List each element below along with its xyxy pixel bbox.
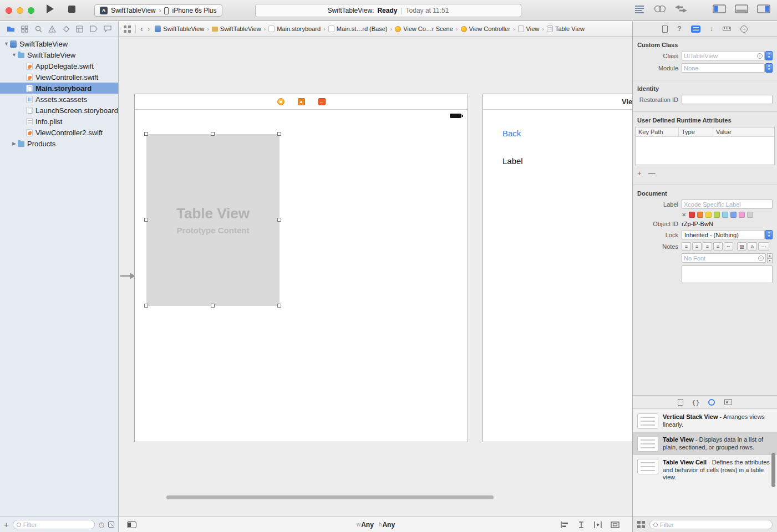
library-item-vertical-stack-view[interactable]: Vertical Stack View - Arranges views lin…	[633, 410, 777, 432]
tree-row-file[interactable]: LaunchScreen.storyboard	[0, 105, 118, 116]
disclosure-open-icon[interactable]: ▼	[11, 52, 17, 58]
tree-row-file[interactable]: ViewController2.swift	[0, 127, 118, 138]
object-library-icon[interactable]	[708, 399, 715, 406]
first-responder-dock-icon[interactable]: ▲	[298, 98, 305, 105]
close-window-button[interactable]	[6, 7, 12, 14]
resolve-autolayout-icon[interactable]	[593, 521, 603, 529]
font-picker-icon[interactable]: ›	[758, 255, 764, 261]
restoration-id-input[interactable]	[684, 96, 770, 103]
color-swatch[interactable]	[730, 212, 737, 218]
remove-attribute-button[interactable]: —	[648, 169, 656, 177]
run-button[interactable]	[47, 4, 54, 13]
color-swatch[interactable]	[747, 212, 753, 218]
inspector-panel-toggle-icon[interactable]	[757, 4, 770, 13]
file-inspector-icon[interactable]	[662, 25, 668, 33]
resize-handle-top-center[interactable]	[211, 132, 215, 136]
scheme-selector[interactable]: A SwiftTableView › iPhone 6s Plus	[94, 4, 222, 17]
identity-inspector-icon[interactable]	[691, 25, 700, 33]
class-combo-button[interactable]: ▲▼	[765, 51, 773, 60]
align-right-button[interactable]: ≡	[703, 242, 712, 250]
test-navigator-icon[interactable]	[63, 25, 70, 33]
jump-to-class-icon[interactable]: ›	[757, 53, 763, 59]
more-format-button[interactable]: ⋯	[758, 242, 769, 250]
notes-textarea[interactable]	[682, 265, 773, 283]
symbol-navigator-icon[interactable]	[21, 25, 28, 33]
breadcrumb-scene[interactable]: View Co…r Scene	[395, 25, 453, 32]
tree-row-group[interactable]: ▼ SwiftTableView	[0, 49, 118, 60]
tree-row-file[interactable]: ViewController.swift	[0, 71, 118, 83]
breadcrumb-storyboard[interactable]: Main.storyboard	[268, 25, 321, 32]
breakpoint-navigator-icon[interactable]	[90, 25, 98, 32]
disclosure-closed-icon[interactable]: ▶	[11, 141, 17, 146]
tree-row-project[interactable]: ▼ SwiftTableView	[0, 38, 118, 49]
file-template-library-icon[interactable]	[678, 399, 683, 406]
checkbox-style-button[interactable]: ▨	[737, 242, 746, 250]
standard-editor-icon[interactable]	[634, 4, 645, 13]
tree-row-products[interactable]: ▶ Products	[0, 138, 118, 149]
module-field[interactable]	[682, 63, 765, 73]
exit-dock-icon[interactable]: ←	[318, 98, 326, 105]
version-editor-icon[interactable]	[675, 5, 687, 13]
color-swatch[interactable]	[705, 212, 712, 218]
font-input[interactable]	[684, 255, 758, 262]
module-combo-button[interactable]: ▲▼	[765, 63, 773, 73]
breadcrumb-table-view[interactable]: Table View	[547, 25, 585, 32]
document-label-input[interactable]	[684, 201, 770, 208]
library-scrollbar[interactable]	[771, 453, 775, 487]
device-bar-toggle-icon[interactable]	[127, 521, 136, 528]
resize-handle-bottom-left[interactable]	[144, 304, 148, 308]
tree-row-file[interactable]: Assets.xcassets	[0, 94, 118, 105]
add-file-button[interactable]: +	[4, 520, 9, 529]
no-color-button[interactable]: ✕	[682, 212, 686, 218]
quick-help-inspector-icon[interactable]: ?	[677, 25, 681, 33]
recent-files-icon[interactable]: ◷	[99, 521, 104, 529]
breadcrumb-storyboard-base[interactable]: Main.st…rd (Base)	[328, 25, 388, 32]
align-constraints-icon[interactable]	[560, 521, 570, 529]
align-center-button[interactable]: ≡	[692, 242, 702, 250]
resize-handle-top-right[interactable]	[277, 132, 281, 136]
tree-row-file-selected[interactable]: Main.storyboard	[0, 83, 118, 94]
breadcrumb-view[interactable]: View	[518, 25, 540, 32]
resize-handle-mid-right[interactable]	[277, 218, 281, 222]
add-attribute-button[interactable]: +	[637, 169, 642, 177]
font-field[interactable]: ›	[682, 253, 766, 263]
module-input[interactable]	[684, 65, 763, 71]
table-view-object[interactable]: Table View Prototype Content	[146, 134, 280, 306]
class-field[interactable]: ›	[682, 51, 765, 60]
debug-panel-toggle-icon[interactable]	[735, 4, 748, 13]
breadcrumb-view-controller[interactable]: View Controller	[461, 25, 510, 32]
debug-navigator-icon[interactable]	[76, 25, 83, 33]
issue-navigator-icon[interactable]	[48, 25, 56, 33]
resize-handle-mid-left[interactable]	[144, 218, 148, 222]
library-filter-field[interactable]	[649, 520, 773, 529]
view-controller-dock-icon[interactable]	[277, 98, 285, 105]
storyboard-canvas[interactable]: ▲ ← Table View Prototype Content Vie	[119, 37, 632, 516]
assistant-editor-icon[interactable]	[654, 5, 666, 13]
class-input[interactable]	[684, 53, 757, 59]
back-history-icon[interactable]: ‹	[140, 24, 143, 33]
pin-constraints-icon[interactable]	[577, 521, 586, 529]
library-item-table-view[interactable]: Table View - Displays data in a list of …	[633, 432, 777, 455]
zoom-window-button[interactable]	[28, 7, 34, 14]
back-button-object[interactable]: Back	[502, 129, 521, 138]
size-class-control[interactable]: wAny hAny	[357, 517, 395, 532]
navigator-filter-input[interactable]	[23, 521, 91, 528]
second-view-controller-scene[interactable]: Vie Back Label	[483, 94, 632, 442]
initial-view-controller-arrow[interactable]	[119, 272, 136, 280]
forward-history-icon[interactable]: ›	[148, 24, 150, 33]
project-navigator-icon[interactable]	[7, 25, 15, 32]
report-navigator-icon[interactable]	[104, 25, 111, 32]
scm-status-filter-icon[interactable]	[108, 521, 114, 528]
navigator-filter-field[interactable]	[13, 520, 95, 529]
media-library-icon[interactable]	[724, 399, 732, 405]
color-swatch[interactable]	[689, 212, 695, 218]
color-swatch[interactable]	[722, 212, 728, 218]
minimize-window-button[interactable]	[17, 7, 23, 14]
embed-in-stack-icon[interactable]	[610, 521, 620, 529]
library-view-mode-icon[interactable]	[637, 521, 645, 528]
tree-row-file[interactable]: AppDelegate.swift	[0, 60, 118, 71]
breadcrumb-group[interactable]: SwiftTableView	[212, 25, 261, 32]
breadcrumb-project[interactable]: SwiftTableView	[155, 25, 204, 32]
search-navigator-icon[interactable]	[35, 25, 42, 33]
size-inspector-icon[interactable]	[723, 27, 731, 31]
